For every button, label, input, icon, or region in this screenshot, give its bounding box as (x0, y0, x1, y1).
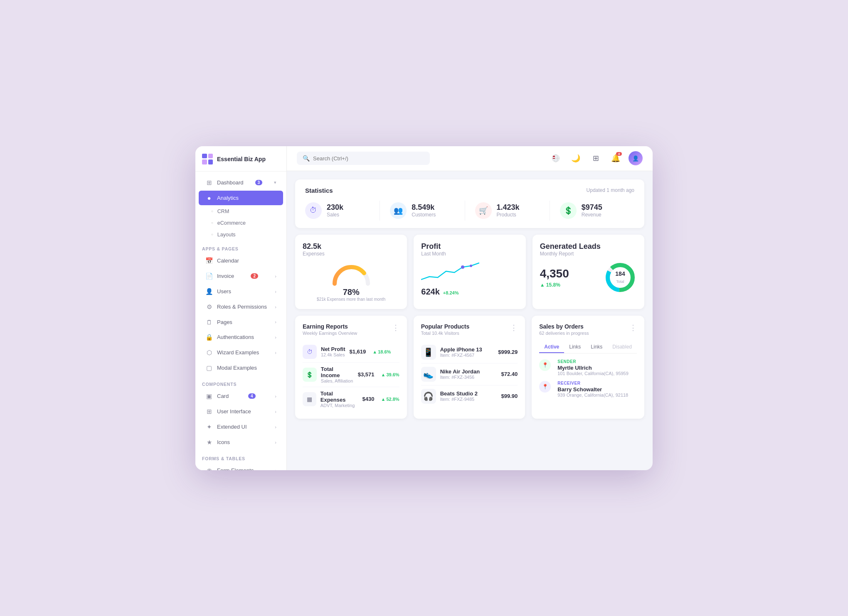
products-header: Popular Products Total 10.4k Visitors ⋮ (421, 323, 518, 336)
leads-card: Generated Leads Monthly Report 4,350 ▲ 1… (532, 235, 644, 309)
card-chevron-icon: › (275, 394, 276, 399)
roles-chevron-icon: › (275, 304, 276, 309)
sales-title-block: Sales by Orders 62 deliveries in progres… (539, 323, 589, 336)
card-label: Card (217, 393, 229, 399)
sidebar-item-auth[interactable]: 🔒 Authentications › (199, 330, 283, 345)
users-chevron-icon: › (275, 289, 276, 294)
sender-address: 101 Boulder, California(CA), 95959 (557, 371, 629, 376)
app-name: Essential Biz App (217, 156, 266, 162)
earning-row-netprofit: ⏱ Net Profit 12.4k Sales $1,619 ▲ 18.6% (303, 341, 399, 363)
stat-products: 🛒 1.423k Products (465, 201, 550, 221)
sidebar-logo: Essential Biz App (195, 146, 286, 172)
sidebar-item-calendar[interactable]: 📅 Calendar (199, 253, 283, 268)
products-title: Popular Products (421, 323, 470, 330)
jordan-info: Nike Air Jordan Item: #FXZ-3456 (440, 368, 480, 380)
modal-icon: ▢ (205, 364, 213, 372)
search-box[interactable]: 🔍 (297, 152, 430, 165)
tab-links-2[interactable]: Links (586, 341, 607, 353)
stat-customers: 👥 8.549k Customers (380, 201, 464, 221)
popular-products-card: Popular Products Total 10.4k Visitors ⋮ … (414, 316, 525, 419)
sidebar-item-extended[interactable]: ✦ Extended UI › (199, 420, 283, 434)
wizard-icon: ⬡ (205, 349, 213, 356)
sender-info: SENDER Myrtle Ullrich 101 Boulder, Calif… (557, 359, 629, 376)
user-avatar[interactable]: 👤 (629, 151, 643, 165)
sidebar-item-modal[interactable]: ▢ Modal Examples (199, 361, 283, 375)
statistics-updated: Updated 1 month ago (587, 187, 634, 193)
sidebar-item-layouts[interactable]: Layouts (199, 229, 283, 241)
ui-label: User Interface (217, 408, 251, 415)
auth-label: Authentications (217, 334, 254, 340)
roles-label: Roles & Permissions (217, 304, 267, 310)
sidebar: Essential Biz App ⊞ Dashboard 3 ▾ ● Anal… (195, 146, 287, 470)
earning-subtitle: Weekly Earnings Overview (303, 331, 357, 336)
tab-active[interactable]: Active (539, 341, 564, 353)
svg-rect-3 (553, 156, 555, 157)
tab-disabled: Disabled (607, 341, 637, 353)
sidebar-item-wizard[interactable]: ⬡ Wizard Examples › (199, 345, 283, 360)
revenue-label: Revenue (582, 212, 602, 218)
revenue-info: $9745 Revenue (582, 203, 602, 218)
product-beats: 🎧 Beats Studio 2 Item: #FXZ-9485 $99.90 (421, 385, 518, 407)
expenses-card: 82.5k Expenses (295, 235, 407, 309)
beats-name: Beats Studio 2 (440, 390, 478, 397)
product-jordan: 👟 Nike Air Jordan Item: #FXZ-3456 $72.40 (421, 363, 518, 385)
sidebar-item-icons[interactable]: ★ Icons › (199, 435, 283, 450)
analytics-label: Analytics (217, 195, 239, 201)
analytics-dot-icon: ● (205, 194, 213, 201)
sidebar-item-users[interactable]: 👤 Users › (199, 284, 283, 299)
sidebar-item-analytics[interactable]: ● Analytics (199, 191, 283, 205)
stat-revenue: 💲 $9745 Revenue (550, 201, 634, 221)
sidebar-item-card[interactable]: ▣ Card 4 › (199, 389, 283, 404)
sidebar-item-crm[interactable]: CRM (199, 206, 283, 217)
sidebar-item-roles[interactable]: ⚙ Roles & Permissions › (199, 299, 283, 314)
income-change: ▲ 39.6% (381, 372, 399, 377)
statistics-items: ⏱ 230k Sales 👥 8.549k Customers (305, 201, 634, 221)
sales-menu-icon[interactable]: ⋮ (629, 323, 637, 332)
form-elements-label: Form Elements (217, 467, 254, 470)
ecommerce-label: eCommerce (217, 220, 246, 226)
sales-tabs: Active Links Links Disabled (539, 341, 637, 353)
extended-chevron-icon: › (275, 425, 276, 429)
income-pct: 39.6% (386, 372, 399, 377)
products-stat-icon: 🛒 (475, 202, 492, 219)
earning-menu-icon[interactable]: ⋮ (392, 323, 399, 332)
sidebar-item-form-elements[interactable]: ◉ Form Elements › (199, 463, 283, 470)
invoice-icon: 📄 (205, 272, 213, 280)
search-input[interactable] (313, 155, 424, 162)
sidebar-item-ui[interactable]: ⊞ User Interface › (199, 404, 283, 419)
expenses-sub: ADVT, Marketing (320, 403, 358, 408)
profit-change: +8.24% (443, 290, 459, 295)
stat-sales: ⏱ 230k Sales (305, 201, 380, 221)
earning-reports-card: Earning Reports Weekly Earnings Overview… (295, 316, 407, 419)
notifications-icon[interactable]: 🔔 4 (609, 151, 623, 165)
receiver-block: 📍 RECEIVER Barry Schowalter 939 Orange, … (539, 381, 637, 398)
leads-donut-chart: 184 Total (604, 261, 637, 294)
sidebar-item-dashboard[interactable]: ⊞ Dashboard 3 ▾ (199, 175, 283, 190)
products-menu-icon[interactable]: ⋮ (510, 323, 518, 332)
theme-toggle-icon[interactable]: 🌙 (569, 151, 583, 165)
invoice-chevron-icon: › (275, 274, 276, 279)
beats-info: Beats Studio 2 Item: #FXZ-9485 (440, 390, 478, 402)
sidebar-item-ecommerce[interactable]: eCommerce (199, 217, 283, 229)
income-arrow-icon: ▲ (381, 372, 386, 377)
jordan-name: Nike Air Jordan (440, 368, 480, 375)
tab-links-1[interactable]: Links (564, 341, 586, 353)
invoice-badge: 2 (251, 273, 258, 279)
svg-point-7 (470, 265, 472, 267)
apps-section-label: APPS & PAGES (195, 241, 286, 253)
receiver-label: RECEIVER (557, 381, 628, 385)
leads-content: 4,350 ▲ 15.8% 184 Total (540, 261, 637, 294)
form-elements-icon: ◉ (205, 467, 213, 470)
products-subtitle: Total 10.4k Visitors (421, 331, 470, 336)
language-icon[interactable] (549, 151, 563, 165)
sidebar-item-invoice[interactable]: 📄 Invoice 2 › (199, 269, 283, 284)
logo-icon (202, 154, 213, 164)
sidebar-nav: ⊞ Dashboard 3 ▾ ● Analytics CRM eCommerc… (195, 172, 286, 470)
main-content: 🔍 🌙 ⊞ 🔔 4 👤 (287, 146, 653, 470)
customers-label: Customers (412, 212, 436, 218)
sidebar-item-pages[interactable]: 🗒 Pages › (199, 315, 283, 329)
expenses-arrow-icon: ▲ (381, 397, 386, 402)
expenses-subtitle: Expenses (303, 251, 399, 257)
revenue-value: $9745 (582, 203, 602, 212)
grid-icon[interactable]: ⊞ (589, 151, 603, 165)
